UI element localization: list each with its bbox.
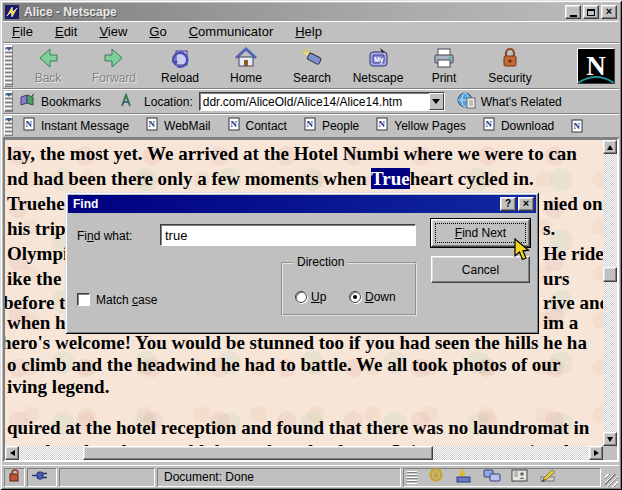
page-icon: N [304, 117, 317, 135]
print-button[interactable]: Print [411, 45, 477, 87]
security-padlock-icon [498, 46, 522, 70]
toolbar-gripper[interactable] [4, 116, 13, 136]
close-icon: × [606, 6, 612, 17]
page-icon: N [483, 117, 496, 135]
svg-text:N: N [230, 119, 237, 129]
online-plug-icon [31, 469, 53, 485]
help-icon: ? [505, 199, 511, 209]
location-toolbar: Bookmarks Location: What's Related [3, 89, 619, 114]
component-bar-grip[interactable] [407, 471, 417, 484]
maximize-button[interactable] [583, 5, 599, 19]
personal-item-people[interactable]: N People [304, 117, 359, 135]
security-button[interactable]: Security [477, 45, 543, 87]
vertical-scrollbar[interactable] [603, 140, 617, 446]
direction-down-label[interactable]: Down [365, 290, 396, 304]
find-dialog-title-bar[interactable]: Find ? × [68, 195, 536, 213]
menu-go[interactable]: Go [149, 24, 166, 39]
find-what-label: Find what: [77, 229, 132, 243]
text-line: nd had been there only a few moments whe… [7, 168, 534, 190]
personal-item-webmail[interactable]: N WebMail [146, 117, 210, 135]
minimize-icon [570, 15, 577, 17]
horizontal-scrollbar[interactable] [5, 446, 603, 460]
my-netscape-button[interactable]: My Netscape [345, 45, 411, 87]
scroll-left-button[interactable] [5, 446, 19, 460]
progress-area [59, 468, 155, 487]
direction-label: Direction [293, 255, 348, 269]
whats-related-button[interactable]: What's Related [453, 91, 566, 112]
security-status-indicator[interactable] [4, 468, 25, 487]
personal-item-yellow-pages[interactable]: N Yellow Pages [376, 117, 466, 135]
back-arrow-icon [36, 46, 60, 70]
page-icon: N [146, 117, 159, 135]
scroll-down-button[interactable] [603, 432, 617, 446]
text-line: his trips. [7, 218, 66, 240]
title-bar[interactable]: Alice - Netscape × [3, 3, 619, 21]
location-dropdown-button[interactable] [429, 93, 444, 110]
toolbar-gripper[interactable] [4, 45, 13, 87]
scroll-up-button[interactable] [603, 140, 617, 154]
personal-item-download[interactable]: N Download [483, 117, 554, 135]
menu-communicator[interactable]: Communicator [189, 24, 274, 39]
scrollbar-corner [603, 446, 617, 460]
maximize-icon [587, 9, 595, 16]
whats-related-globe-icon [457, 92, 477, 112]
menu-help[interactable]: Help [295, 24, 322, 39]
triangle-left-icon [10, 450, 15, 456]
text-line: before trive and [5, 292, 65, 314]
find-dialog-title: Find [73, 197, 500, 211]
svg-text:N: N [379, 119, 386, 129]
window-resize-grip[interactable] [605, 474, 618, 487]
text-line: ike theurs [7, 268, 61, 290]
triangle-down-icon [607, 437, 613, 442]
back-button[interactable]: Back [15, 45, 81, 87]
location-label: Location: [144, 95, 193, 109]
scroll-right-button[interactable] [589, 446, 603, 460]
toolbar-gripper[interactable] [4, 91, 13, 112]
close-button[interactable]: × [601, 5, 617, 19]
forward-arrow-icon [102, 46, 126, 70]
find-what-input[interactable] [160, 224, 416, 246]
home-button[interactable]: Home [213, 45, 279, 87]
page-icon: N [571, 119, 584, 134]
page-icon: N [228, 117, 241, 135]
direction-up-radio[interactable] [295, 291, 307, 303]
discussions-icon[interactable] [483, 468, 501, 486]
component-bar [403, 468, 601, 487]
location-input[interactable] [199, 92, 445, 111]
text-line: lay, the most yet. We arrived at the Hot… [7, 143, 577, 165]
composer-icon[interactable] [539, 468, 557, 486]
personal-toolbar: N Instant Message N WebMail N Contact N … [3, 114, 619, 138]
dialog-close-button[interactable]: × [518, 197, 534, 211]
address-book-icon[interactable] [511, 468, 529, 486]
match-case-label[interactable]: Match case [96, 293, 157, 307]
print-icon [432, 46, 456, 70]
mailbox-icon[interactable] [455, 468, 473, 486]
find-dialog: Find ? × Find what: Find Next Cancel Dir… [65, 192, 539, 334]
page-proxy-icon[interactable] [119, 93, 133, 111]
menu-view[interactable]: View [99, 24, 127, 39]
triangle-right-icon [594, 450, 599, 456]
reload-button[interactable]: Reload [147, 45, 213, 87]
forward-button[interactable]: Forward [81, 45, 147, 87]
my-netscape-icon: My [366, 46, 390, 70]
bookmarks-button[interactable]: Bookmarks [15, 91, 105, 112]
minimize-button[interactable] [565, 5, 581, 19]
netscape-logo-throbber[interactable]: N [577, 48, 615, 84]
reload-icon [168, 46, 192, 70]
direction-up-label[interactable]: Up [311, 290, 326, 304]
match-case-checkbox[interactable] [77, 293, 90, 306]
search-button[interactable]: Search [279, 45, 345, 87]
chevron-down-icon [432, 99, 440, 104]
menu-file[interactable]: File [12, 24, 33, 39]
navigator-wheel-icon[interactable] [427, 468, 445, 486]
menu-edit[interactable]: Edit [55, 24, 77, 39]
find-highlight: True [371, 168, 410, 189]
svg-text:N: N [149, 119, 156, 129]
personal-item-instant-message[interactable]: N Instant Message [23, 117, 129, 135]
direction-down-radio[interactable] [349, 291, 361, 303]
dialog-help-button[interactable]: ? [500, 197, 516, 211]
vertical-scroll-thumb[interactable] [603, 267, 617, 282]
personal-item-contact[interactable]: N Contact [228, 117, 287, 135]
horizontal-scroll-thumb[interactable] [83, 446, 433, 460]
online-status-indicator[interactable] [27, 468, 57, 487]
